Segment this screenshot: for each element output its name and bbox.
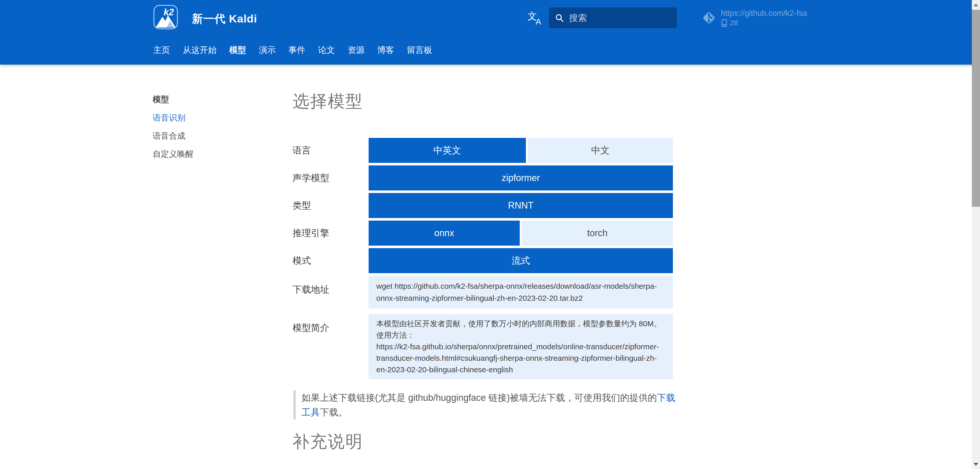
note-prefix: 如果上述下载链接(尤其是 github/huggingface 链接)被墙无法下… <box>301 393 657 403</box>
github-url[interactable]: https://github.com/k2-fsa <box>721 9 807 18</box>
row-label-type: 类型 <box>293 193 369 218</box>
model-intro-text: 本模型由社区开发者贡献，使用了数万小时的内部商用数据，模型参数量约为 80M。 … <box>369 314 673 379</box>
github-link[interactable]: https://github.com/k2-fsa 28 <box>702 9 807 27</box>
download-command[interactable]: wget https://github.com/k2-fsa/sherpa-on… <box>369 276 673 308</box>
git-icon <box>702 11 716 25</box>
option-rnnt[interactable]: RNNT <box>369 193 673 218</box>
menu-item-events[interactable]: 事件 <box>288 44 305 56</box>
form-row-mode: 模式 流式 <box>293 248 684 273</box>
sidebar-item-custom-wakeword[interactable]: 自定义唤醒 <box>153 149 275 160</box>
option-streaming[interactable]: 流式 <box>369 248 673 273</box>
row-label-download-url: 下载地址 <box>293 276 369 308</box>
menu-item-demos[interactable]: 演示 <box>259 44 276 56</box>
model-intro-line2: 使用方法： <box>376 329 665 341</box>
repo-icon <box>721 19 727 27</box>
menu-item-home[interactable]: 主页 <box>153 44 170 56</box>
menu-item-guestbook[interactable]: 留言板 <box>407 44 432 56</box>
model-intro-doc-url: https://k2-fsa.github.io/sherpa/onnx/pre… <box>376 341 665 375</box>
option-zipformer[interactable]: zipformer <box>369 165 673 191</box>
sidebar-item-speech-recognition[interactable]: 语音识别 <box>153 112 275 124</box>
form-row-type: 类型 RNNT <box>293 193 684 218</box>
main-menu: 主页 从这开始 模型 演示 事件 论文 资源 博客 留言板 <box>153 44 432 56</box>
form-row-language: 语言 中英文 中文 <box>293 138 684 163</box>
search-box[interactable] <box>549 7 677 29</box>
scroll-up-button[interactable] <box>972 0 980 10</box>
translate-icon[interactable]: 文 A <box>528 11 542 25</box>
menu-item-getting-started[interactable]: 从这开始 <box>183 44 216 56</box>
vertical-scrollbar[interactable] <box>972 0 980 469</box>
sidebar-heading-models[interactable]: 模型 <box>153 94 275 105</box>
site-title[interactable]: 新一代 Kaldi <box>192 11 257 26</box>
sidebar-item-speech-synthesis[interactable]: 语音合成 <box>153 130 275 142</box>
option-zh[interactable]: 中文 <box>528 138 673 163</box>
svg-text:k2: k2 <box>164 7 174 17</box>
row-label-inference-engine: 推理引擎 <box>293 221 369 246</box>
option-torch[interactable]: torch <box>522 221 673 246</box>
row-label-acoustic-model: 声学模型 <box>293 165 369 191</box>
menu-item-blog[interactable]: 博客 <box>377 44 394 56</box>
menu-item-resources[interactable]: 资源 <box>348 44 364 56</box>
svg-text:A: A <box>536 17 541 25</box>
menu-item-papers[interactable]: 论文 <box>318 44 335 56</box>
form-row-download-url: 下载地址 wget https://github.com/k2-fsa/sher… <box>293 276 684 308</box>
main-content: 选择模型 语言 中英文 中文 声学模型 zipformer 类型 RNNT 推理… <box>293 91 684 451</box>
option-onnx[interactable]: onnx <box>369 221 520 246</box>
note-suffix: 下载。 <box>320 407 347 417</box>
search-input[interactable] <box>569 13 671 23</box>
menu-item-models[interactable]: 模型 <box>229 44 246 56</box>
form-row-acoustic-model: 声学模型 zipformer <box>293 165 684 191</box>
row-label-mode: 模式 <box>293 248 369 273</box>
navbar: k2 新一代 Kaldi 文 A https://github.com/k2-f… <box>0 0 980 65</box>
option-zh-en[interactable]: 中英文 <box>369 138 526 163</box>
sidebar: 模型 语音识别 语音合成 自定义唤醒 <box>153 94 275 167</box>
row-label-language: 语言 <box>293 138 369 163</box>
form-row-inference-engine: 推理引擎 onnx torch <box>293 221 684 246</box>
form-row-model-intro: 模型简介 本模型由社区开发者贡献，使用了数万小时的内部商用数据，模型参数量约为 … <box>293 314 684 379</box>
k2-logo-icon[interactable]: k2 <box>153 5 178 30</box>
github-repo-count: 28 <box>730 19 738 27</box>
model-intro-line1: 本模型由社区开发者贡献，使用了数万小时的内部商用数据，模型参数量约为 80M。 <box>376 318 665 329</box>
scrollbar-thumb[interactable] <box>972 10 980 207</box>
download-note: 如果上述下载链接(尤其是 github/huggingface 链接)被墙无法下… <box>293 390 683 420</box>
search-icon <box>555 13 564 23</box>
scroll-down-button[interactable] <box>972 459 980 469</box>
row-label-model-intro: 模型简介 <box>293 314 369 379</box>
page-title: 选择模型 <box>293 91 684 111</box>
section-title-supplement: 补充说明 <box>293 432 684 451</box>
